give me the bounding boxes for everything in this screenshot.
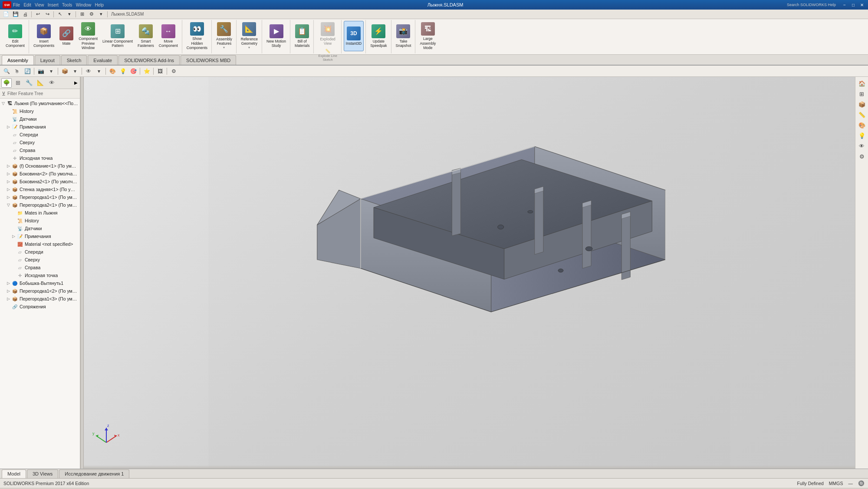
tree-item-boss[interactable]: ▷ 🔵 Бобышка-Вытянуть1: [0, 279, 80, 287]
undo-button[interactable]: ↩: [33, 10, 42, 18]
maximize-button[interactable]: □: [850, 2, 857, 8]
rt-settings-button[interactable]: ⚙: [857, 152, 867, 161]
tree-item-back-wall[interactable]: ▷ 📦 Стенка задняя<1> (По умолчанию<: [0, 185, 80, 193]
show-hidden-components-button[interactable]: 👀 ShowHiddenComponents: [184, 21, 210, 51]
tab-addins[interactable]: SOLIDWORKS Add-Ins: [118, 55, 180, 65]
view-settings-button[interactable]: ⚙: [169, 67, 178, 76]
side2-arrow[interactable]: ▷: [7, 179, 11, 184]
root-arrow[interactable]: ▽: [2, 101, 6, 106]
bill-of-materials-button[interactable]: 📋 Bill ofMaterials: [293, 21, 312, 51]
new-motion-study-button[interactable]: ▶ New MotionStudy: [264, 21, 288, 51]
rt-measure-button[interactable]: 📏: [857, 110, 867, 119]
rt-scene-button[interactable]: 💡: [857, 131, 867, 140]
tree-item-history2[interactable]: 📜 History: [0, 217, 80, 225]
partition3-arrow[interactable]: ▷: [7, 289, 11, 293]
help-text[interactable]: Search SOLIDWORKS Help: [787, 3, 836, 7]
rt-zoom-fit-button[interactable]: ⊞: [857, 89, 867, 99]
tree-item-mates-in[interactable]: 📁 Mates in Лыжня: [0, 209, 80, 217]
tab-sketch[interactable]: Sketch: [61, 55, 87, 65]
tab-mbd[interactable]: SOLIDWORKS MBD: [181, 55, 236, 65]
scene-button[interactable]: 💡: [118, 67, 128, 76]
feature-tree[interactable]: ▽ 🏗 Лыжня (По умолчанию<<По умолч 📜 Hist…: [0, 99, 80, 469]
rt-view-select-button[interactable]: 📦: [857, 99, 867, 109]
boss-arrow[interactable]: ▷: [7, 281, 11, 285]
cursor-dropdown[interactable]: ▾: [65, 10, 74, 18]
bottom-tab-3dviews[interactable]: 3D Views: [27, 469, 58, 478]
feature-tree-tab[interactable]: 🌳: [1, 78, 12, 88]
save-button[interactable]: 💾: [11, 10, 20, 18]
tree-item-partition2[interactable]: ▽ 📦 Перегородка2<1> (По умолчанию<: [0, 201, 80, 209]
smart-fasteners-button[interactable]: 🔩 SmartFasteners: [135, 21, 156, 51]
rotate-button[interactable]: 🔄: [23, 67, 32, 76]
print-button[interactable]: 🖨: [21, 10, 30, 18]
view-orient-button[interactable]: 📷: [36, 67, 46, 76]
tree-item-sensors2[interactable]: 📡 Датчики: [0, 225, 80, 232]
take-snapshot-button[interactable]: 📸 TakeSnapshot: [394, 21, 414, 51]
back-wall-arrow[interactable]: ▷: [7, 187, 11, 192]
tree-item-origin2[interactable]: ✛ Исходная точка: [0, 271, 80, 279]
component-preview-button[interactable]: 👁 ComponentPreviewWindow: [76, 21, 100, 51]
tab-evaluate[interactable]: Evaluate: [88, 55, 118, 65]
apply-scene-button[interactable]: 🖼: [155, 67, 165, 76]
move-component-button[interactable]: ↔ MoveComponent: [157, 21, 180, 51]
rt-display-button[interactable]: 👁: [857, 141, 867, 151]
grid-button[interactable]: ⊞: [78, 10, 86, 18]
annotations-arrow[interactable]: ▷: [7, 125, 11, 129]
tree-item-partition4[interactable]: ▷ 📦 Перегородка1<3> (По умолчанию<: [0, 295, 80, 303]
tree-item-top2[interactable]: ▱ Сверху: [0, 256, 80, 264]
tab-assembly[interactable]: Assembly: [2, 55, 34, 65]
tree-item-sensors[interactable]: 📡 Датчики: [0, 115, 80, 123]
tree-item-annotations2[interactable]: ▷ 📝 Примечания: [0, 232, 80, 240]
panel-expand-arrow[interactable]: ▶: [73, 79, 79, 86]
side1-arrow[interactable]: ▷: [7, 172, 11, 176]
rt-appearance-button[interactable]: 🎨: [857, 120, 867, 130]
exploded-view-button[interactable]: 💥 ExplodedView: [318, 21, 337, 47]
edit-component-button[interactable]: ✏ EditComponent: [3, 21, 27, 51]
insert-components-button[interactable]: 📦 InsertComponents: [31, 21, 56, 51]
hide-show-dropdown[interactable]: ▾: [94, 67, 104, 76]
instant3d-button[interactable]: 3D Instant3D: [344, 21, 364, 51]
new-button[interactable]: 📄: [2, 10, 10, 18]
close-button[interactable]: ✕: [858, 2, 865, 8]
base-arrow[interactable]: ▷: [7, 164, 11, 168]
assembly-features-button[interactable]: 🔧 AssemblyFeatures ▾: [214, 21, 234, 51]
redo-button[interactable]: ↪: [43, 10, 52, 18]
tree-item-front[interactable]: ▱ Спереди: [0, 131, 80, 139]
tree-item-partition3[interactable]: ▷ 📦 Перегородка1<2> (По умолчанию<: [0, 287, 80, 295]
large-assembly-mode-button[interactable]: 🏗 LargeAssemblyMode: [418, 21, 438, 51]
viewport[interactable]: x y z: [84, 77, 855, 469]
zoom-button[interactable]: 🔍: [2, 67, 11, 76]
tree-item-front2[interactable]: ▱ Спереди: [0, 248, 80, 256]
tree-item-history[interactable]: 📜 History: [0, 107, 80, 115]
hide-show-button[interactable]: 👁: [84, 67, 93, 76]
reference-geometry-button[interactable]: 📐 ReferenceGeometry ▾: [239, 21, 260, 51]
render-tools-button[interactable]: ⭐: [142, 67, 151, 76]
tab-layout[interactable]: Layout: [35, 55, 60, 65]
display-manager-tab[interactable]: 👁: [46, 78, 57, 88]
partition4-arrow[interactable]: ▷: [7, 297, 11, 301]
update-speedpak-button[interactable]: ⚡ UpdateSpeedpak: [368, 21, 389, 51]
minimize-button[interactable]: −: [841, 2, 848, 8]
display-style-button[interactable]: 📦: [60, 67, 69, 76]
tree-item-origin[interactable]: ✛ Исходная точка: [0, 154, 80, 162]
resize-handle[interactable]: [80, 77, 84, 469]
annotations2-arrow[interactable]: ▷: [12, 234, 16, 238]
explode-line-sketch-button[interactable]: 📏 Explode LineSketch: [316, 48, 339, 63]
tree-item-top[interactable]: ▱ Сверху: [0, 139, 80, 146]
decal-button[interactable]: 🎯: [128, 67, 138, 76]
tree-item-right[interactable]: ▱ Справа: [0, 146, 80, 154]
view-orient-dropdown[interactable]: ▾: [46, 67, 56, 76]
mate-button[interactable]: 🔗 Mate: [57, 21, 76, 51]
pan-button[interactable]: 🖱: [12, 67, 22, 76]
tree-item-side2[interactable]: ▷ 📦 Боковина2<1> (По умолчанию<<Г: [0, 178, 80, 185]
tree-item-side1[interactable]: ▷ 📦 Боковина<2> (По умолчанию<<По: [0, 170, 80, 178]
options-dropdown[interactable]: ▾: [97, 10, 105, 18]
tree-item-mates[interactable]: 🔗 Сопряжения: [0, 303, 80, 311]
configuration-manager-tab[interactable]: 🔧: [24, 78, 34, 88]
tree-item-material[interactable]: 🧱 Material <not specified>: [0, 240, 80, 248]
rt-home-button[interactable]: 🏠: [857, 79, 867, 88]
cursor-button[interactable]: ↖: [56, 10, 64, 18]
property-manager-tab[interactable]: ⊞: [13, 78, 23, 88]
tree-root[interactable]: ▽ 🏗 Лыжня (По умолчанию<<По умолч: [0, 99, 80, 107]
bottom-tab-model[interactable]: Model: [2, 469, 26, 478]
